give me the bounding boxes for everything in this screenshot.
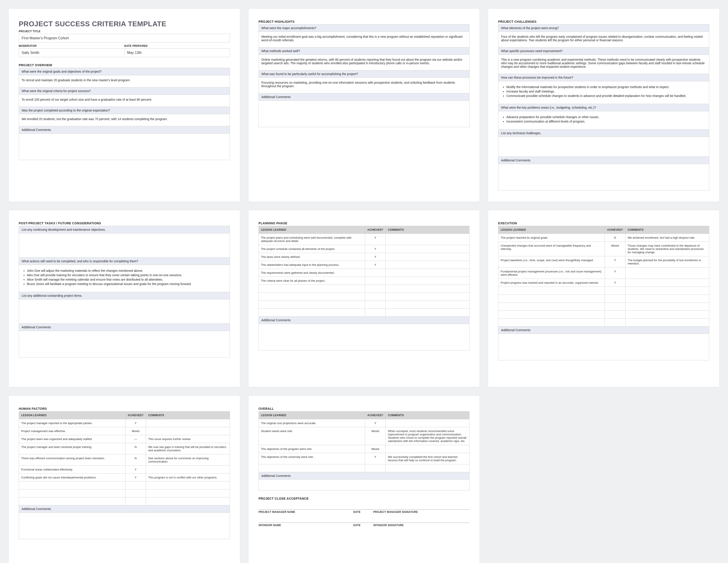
cell-comments[interactable]: The budget planned for the possibility o… [625,256,709,267]
cell-comments[interactable]: We achieved enrollment, but had a high d… [625,234,709,242]
cell-lesson[interactable]: Project baselines (i.e., time, scope, an… [498,256,605,267]
input-moderator[interactable]: Sally Smith [19,48,124,57]
cell-lesson[interactable]: Project progress was tracked and reporte… [498,279,605,287]
cell-lesson[interactable]: Conflicting goals did not cause interdep… [19,474,126,482]
cell-achieved[interactable]: Mixed [125,427,146,435]
cell-achieved[interactable]: Y [365,453,386,464]
cell-achieved[interactable] [365,293,386,301]
cell-comments[interactable] [386,285,469,293]
human-addl-box[interactable] [19,513,230,539]
cell-lesson[interactable]: The objectives of the program were met. [259,445,365,453]
cell-achieved[interactable] [605,303,625,311]
cell-comments[interactable] [386,261,469,269]
overview-a1[interactable]: To recruit and maintain 20 graduate stud… [19,75,230,87]
cell-comments[interactable] [386,464,469,472]
challenges-addl-box[interactable] [498,164,709,190]
cell-lesson[interactable] [259,293,365,301]
highlights-a2[interactable]: Online marketing generated the greatest … [259,55,470,70]
cell-achieved[interactable]: Mixed [365,445,386,453]
cell-comments[interactable] [386,253,469,261]
cell-lesson[interactable] [259,464,365,472]
cell-comments[interactable] [386,245,469,253]
cell-achieved[interactable] [365,309,386,317]
execution-addl-box[interactable] [498,334,709,360]
postproject-a1[interactable] [19,233,230,258]
cell-achieved[interactable] [605,295,625,303]
cell-comments[interactable] [625,295,709,303]
cell-lesson[interactable]: Unexpected changes that occurred were of… [498,242,605,256]
cell-comments[interactable] [386,277,469,285]
cell-achieved[interactable]: Y [125,419,146,427]
overview-a2[interactable]: To enroll 100 percent of our target coho… [19,95,230,107]
pm-sig-line[interactable] [373,503,470,510]
cell-achieved[interactable]: Y [605,279,625,287]
cell-lesson[interactable] [498,319,605,327]
cell-comments[interactable] [386,293,469,301]
cell-lesson[interactable]: Project management was effective. [19,427,126,435]
challenges-a1[interactable]: Four of the students who left the progra… [498,32,709,47]
cell-achieved[interactable]: N [605,234,625,242]
postproject-addl-box[interactable] [19,331,230,358]
cell-lesson[interactable]: The stakeholders had adequate input in t… [259,261,365,269]
cell-comments[interactable] [146,497,230,505]
sponsor-sig-line[interactable] [373,517,470,523]
cell-lesson[interactable] [498,295,605,303]
cell-achieved[interactable]: Y [125,466,146,474]
cell-lesson[interactable]: The tasks were clearly defined. [259,253,365,261]
cell-lesson[interactable] [19,482,126,490]
cell-achieved[interactable] [125,490,146,497]
cell-comments[interactable] [146,490,230,497]
cell-comments[interactable] [625,287,709,295]
challenges-a2[interactable]: This is a new program combining academic… [498,55,709,74]
cell-lesson[interactable]: Functional areas collaborated effectivel… [19,466,126,474]
cell-comments[interactable] [386,234,469,245]
cell-lesson[interactable]: The criteria were clear for all phases o… [259,277,365,285]
cell-achieved[interactable]: Y [365,253,386,261]
cell-lesson[interactable] [19,497,126,505]
overview-addl-box[interactable] [19,133,230,160]
overall-addl-box[interactable] [259,480,470,491]
sponsor-date-line[interactable] [353,517,373,523]
cell-achieved[interactable]: Y [365,261,386,269]
cell-achieved[interactable]: N [125,443,146,454]
highlights-a1[interactable]: Meeting our initial enrollment goal was … [259,32,470,47]
cell-comments[interactable] [146,427,230,435]
cell-lesson[interactable]: The objectives of the university were me… [259,453,365,464]
sponsor-name-line[interactable] [259,517,353,523]
cell-lesson[interactable]: The project manager and team received pr… [19,443,126,454]
cell-achieved[interactable]: — [125,435,146,443]
cell-lesson[interactable] [259,285,365,293]
cell-achieved[interactable] [365,285,386,293]
cell-achieved[interactable]: Y [605,256,625,267]
cell-comments[interactable] [386,269,469,277]
cell-comments[interactable] [625,311,709,319]
cell-lesson[interactable]: Fundamental project management processes… [498,267,605,279]
cell-comments[interactable] [146,419,230,427]
cell-achieved[interactable] [605,319,625,327]
cell-achieved[interactable] [365,269,386,277]
postproject-a3[interactable] [19,300,230,324]
cell-comments[interactable]: We now see gaps in training that will be… [146,443,230,454]
cell-comments[interactable] [386,445,469,453]
cell-achieved[interactable]: Y [605,267,625,279]
cell-comments[interactable] [146,482,230,490]
cell-lesson[interactable]: Student needs were met. [259,427,365,445]
cell-achieved[interactable]: Y [365,419,386,427]
cell-lesson[interactable] [259,301,365,309]
cell-achieved[interactable]: Y [125,474,146,482]
cell-achieved[interactable] [125,497,146,505]
cell-lesson[interactable]: The project team was organized and adequ… [19,435,126,443]
postproject-a2[interactable]: John Doe will adjust the marketing mater… [19,265,230,292]
cell-comments[interactable]: When surveyed, most students recommended… [386,427,469,445]
cell-achieved[interactable]: Y [365,234,386,245]
input-date-prepared[interactable]: May 13th [124,48,230,57]
cell-lesson[interactable] [498,303,605,311]
cell-comments[interactable]: This issue requires further review. [146,435,230,443]
cell-achieved[interactable]: Mixed [365,427,386,445]
cell-comments[interactable] [386,309,469,317]
cell-achieved[interactable] [605,287,625,295]
cell-achieved[interactable]: Y [365,245,386,253]
cell-lesson[interactable]: The project plans and scheduling were we… [259,234,365,245]
cell-lesson[interactable]: The project manager reported to the appr… [19,419,126,427]
cell-lesson[interactable] [19,490,126,497]
